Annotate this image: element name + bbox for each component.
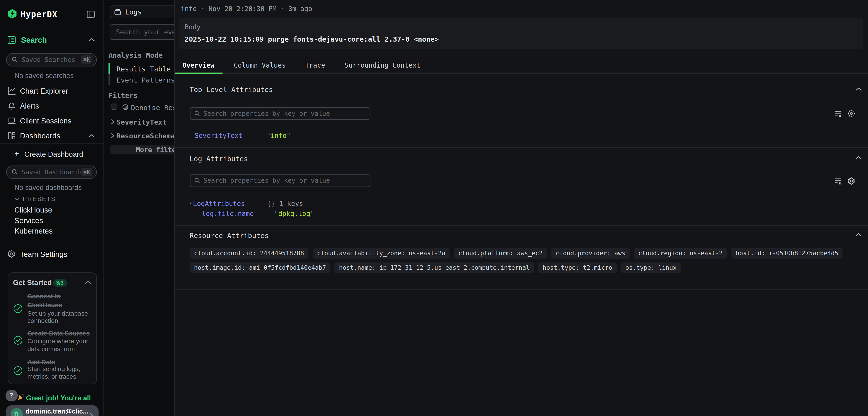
wrap-lines-icon[interactable] — [834, 110, 841, 117]
saved-dashboards-input[interactable]: ⌘K — [6, 166, 97, 179]
event-search-input[interactable] — [110, 28, 174, 36]
step-create-data-sources[interactable]: Create Data Sources — [27, 329, 90, 338]
sidebar-item-team-settings[interactable]: Team Settings — [20, 250, 67, 259]
log-attributes-search-input[interactable] — [199, 177, 370, 184]
get-started-progress-badge: 3/3 — [53, 279, 67, 287]
preset-item-clickhouse[interactable]: ClickHouse — [14, 206, 52, 214]
expander-triangle-icon[interactable]: ▾ — [189, 201, 192, 206]
search-icon — [11, 169, 18, 175]
gear-icon[interactable] — [847, 177, 855, 184]
preset-item-services[interactable]: Services — [14, 216, 43, 225]
chevron-right-icon — [89, 412, 94, 416]
chevron-right-icon[interactable] — [111, 119, 115, 124]
app-root: HyperDX Search ⌘K No saved searches Char… — [0, 0, 868, 416]
create-dashboard-button[interactable]: Create Dashboard — [24, 150, 83, 158]
log-attributes-title: Log Attributes — [190, 154, 248, 162]
top-level-search-input[interactable] — [199, 110, 370, 117]
sidebar-item-search[interactable]: Search — [21, 35, 47, 44]
data-source-button[interactable]: Logs — [110, 5, 174, 18]
log-attributes-search-box[interactable] — [190, 174, 370, 187]
active-tab-underline — [175, 72, 222, 75]
body-value[interactable]: 2025-10-22 10:15:09 purge fonts-dejavu-c… — [185, 35, 439, 43]
resource-attribute-chips: cloud.account.id: 244449518788 cloud.ava… — [190, 248, 863, 273]
sidebar-item-chart-explorer[interactable]: Chart Explorer — [20, 87, 68, 95]
attribute-chip[interactable]: cloud.region: us-east-2 — [634, 248, 727, 259]
filter-group-severitytext[interactable]: SeverityText — [117, 118, 166, 126]
help-button[interactable]: ? — [5, 390, 18, 402]
analysis-mode-label: Analysis Mode — [108, 51, 163, 59]
search-nav-icon — [7, 35, 16, 44]
logs-source-icon — [114, 8, 121, 16]
event-search-box[interactable] — [110, 24, 174, 40]
more-filters-button[interactable]: More filters — [110, 145, 174, 155]
collapse-section-icon[interactable] — [855, 156, 862, 159]
property-value[interactable]: info — [267, 132, 290, 140]
denoise-contrast-icon — [122, 104, 128, 110]
collapse-section-icon[interactable] — [855, 87, 862, 91]
collapse-sidebar-icon[interactable] — [86, 10, 95, 19]
mode-results-table[interactable]: Results Table — [117, 65, 171, 73]
saved-dashboards-field[interactable] — [18, 168, 81, 176]
attribute-chip[interactable]: host.name: ip-172-31-12-5.us-east-2.comp… — [335, 262, 534, 273]
chevron-up-icon[interactable] — [84, 281, 91, 285]
saved-searches-input[interactable]: ⌘K — [6, 53, 97, 66]
event-detail-panel: infoNov 20 2:20:30 PM3m ago Body 2025-10… — [174, 0, 868, 416]
property-key[interactable]: SeverityText — [195, 132, 243, 140]
step-connect-clickhouse[interactable]: Connect to ClickHouse — [27, 292, 62, 309]
hyperdx-logo-icon[interactable] — [7, 9, 17, 19]
gear-icon — [7, 249, 16, 258]
attribute-chip[interactable]: os.type: linux — [621, 262, 681, 273]
sidebar-item-alerts[interactable]: Alerts — [20, 102, 39, 110]
top-level-search-box[interactable] — [190, 107, 370, 120]
sidebar-item-dashboards[interactable]: Dashboards — [20, 132, 60, 140]
party-popper-icon — [17, 393, 25, 401]
tab-column-values[interactable]: Column Values — [226, 58, 293, 72]
step-add-desc: Start sending logs, metrics, or traces — [27, 365, 80, 381]
wrap-lines-icon[interactable] — [834, 177, 841, 184]
presets-section-label[interactable]: PRESETS — [23, 195, 56, 202]
search-icon — [194, 111, 199, 116]
tab-trace[interactable]: Trace — [298, 58, 333, 72]
sidebar-item-client-sessions[interactable]: Client Sessions — [20, 117, 71, 125]
step-create-desc: Configure where your data comes from — [27, 338, 88, 353]
property-key[interactable]: log.file.name — [202, 210, 254, 217]
get-started-card: Get Started 3/3 Connect to ClickHouse Se… — [7, 272, 96, 384]
gear-icon[interactable] — [847, 110, 855, 117]
chevron-up-icon[interactable] — [88, 38, 95, 42]
mode-rail — [108, 74, 110, 85]
top-level-attributes-title: Top Level Attributes — [190, 85, 273, 94]
attribute-chip[interactable]: cloud.account.id: 244449518788 — [190, 248, 309, 259]
client-sessions-laptop-icon — [7, 116, 16, 125]
property-value[interactable]: dpkg.log — [274, 210, 314, 217]
preset-item-kubernetes[interactable]: Kubernetes — [14, 227, 53, 235]
user-account-card[interactable]: D dominic.tran@clic... dominic.tran@clic… — [6, 405, 98, 416]
attribute-chip[interactable]: host.type: t2.micro — [538, 262, 617, 273]
chevron-up-icon[interactable] — [88, 133, 95, 138]
saved-searches-field[interactable] — [18, 56, 81, 63]
property-key[interactable]: LogAttributes — [193, 200, 245, 207]
dashboards-layout-icon — [7, 131, 16, 140]
attribute-chip[interactable]: cloud.platform: aws_ec2 — [454, 248, 547, 259]
tab-overview[interactable]: Overview — [175, 58, 222, 72]
keys-count-meta: {} 1 keys — [267, 200, 303, 207]
body-label: Body — [185, 23, 201, 31]
sidebar-divider — [0, 143, 103, 144]
check-circle-icon — [13, 366, 23, 375]
attribute-chip[interactable]: host.image.id: ami-0f5fcdfbd140e4ab7 — [190, 262, 331, 273]
tab-surrounding-context[interactable]: Surrounding Context — [337, 58, 428, 72]
attribute-chip[interactable]: cloud.availability_zone: us-east-2a — [313, 248, 450, 259]
filter-group-resourceschemaurl[interactable]: ResourceSchemaUrl — [117, 132, 174, 140]
chevron-right-icon[interactable] — [111, 133, 115, 138]
check-circle-icon — [13, 304, 23, 313]
no-saved-searches-text: No saved searches — [14, 72, 74, 80]
attribute-chip[interactable]: host.id: i-0510b81275acbe4d5 — [731, 248, 843, 259]
chevron-down-icon[interactable] — [14, 197, 20, 201]
attribute-chip[interactable]: cloud.provider: aws — [551, 248, 630, 259]
denoise-checkbox[interactable] — [111, 103, 117, 110]
search-filter-panel: Logs Analysis Mode Results Table Event P… — [103, 0, 174, 416]
check-circle-icon — [13, 335, 23, 345]
avatar: D — [11, 408, 23, 416]
collapse-section-icon[interactable] — [855, 233, 862, 237]
mode-event-patterns[interactable]: Event Patterns — [117, 76, 174, 84]
denoise-results-label[interactable]: Denoise Results — [131, 103, 174, 112]
